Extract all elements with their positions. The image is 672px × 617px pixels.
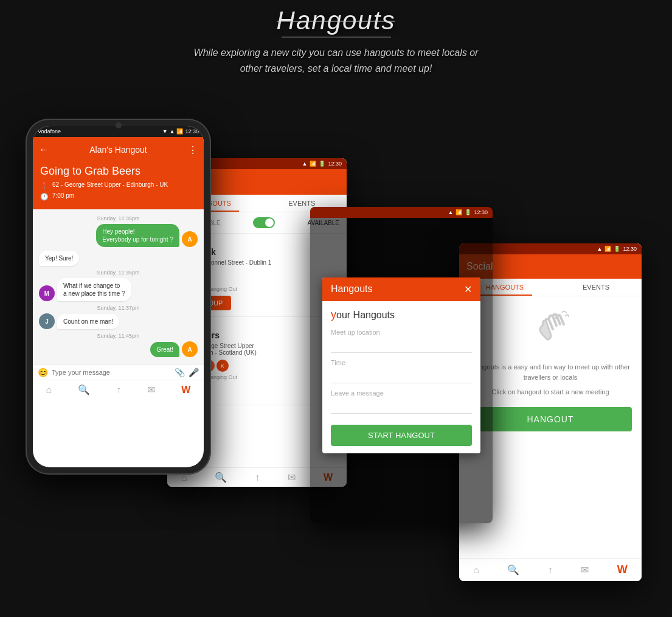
status-icons: ▼ ▲ 📶 12:30 [162,128,199,134]
brand-nav-icon[interactable]: W [181,385,190,396]
modal-title: Hangouts [331,284,373,295]
share-nav-icon[interactable]: ↑ [548,565,553,576]
modal-close-button[interactable]: ✕ [464,284,472,295]
chat-message: Hey people!Everybody up for tonight ? A [39,224,198,247]
carrier-label: Vodafone [38,128,61,134]
tab-events[interactable]: EVENTS [550,279,642,296]
message-bubble: Great! [150,342,179,357]
mail-nav-icon[interactable]: ✉ [581,564,589,576]
message-input[interactable] [331,399,472,414]
mail-nav-icon[interactable]: ✉ [288,472,296,483]
signal-icon: ▲ [302,161,308,167]
chat-date: Sunday, 11:45pm [39,333,198,339]
page-header: Hangouts While exploring a new city you … [0,0,672,76]
chat-date: Sunday, 11:35pm [39,215,198,221]
search-nav-icon[interactable]: 🔍 [507,564,519,576]
phone4-description2: Click on hangout to start a new meeting [469,387,632,397]
search-nav-icon[interactable]: 🔍 [78,384,90,396]
share-nav-icon[interactable]: ↑ [255,472,260,483]
header-title: Alan's Hangout [89,145,147,155]
location-icon: 📍 [40,182,49,190]
chat-input-bar: 😊 📎 🎤 [33,364,204,380]
emoji-icon[interactable]: 😊 [38,368,48,377]
wifi-icon: 📶 [310,161,316,167]
modal-field-location: Meet up location [331,329,472,353]
home-nav-icon[interactable]: ⌂ [473,565,479,576]
message-bubble: Count on me man! [57,314,119,329]
chat-message: Great! A [39,341,198,357]
hangout-info: Going to Grab Beers 📍 62 - George Street… [33,162,204,209]
mail-nav-icon[interactable]: ✉ [147,384,155,396]
page-subtitle: While exploring a new city you can use h… [0,45,672,76]
field-label: Time [331,359,472,366]
phone4-description1: Hangouts is a easy and fun way to meet u… [469,362,632,382]
avatar: A [182,341,198,357]
battery-icon: 🔋 [465,209,471,215]
hangout-title: Going to Grab Beers [40,165,196,178]
time-input[interactable] [331,369,472,383]
wifi-icon: 📶 [604,246,611,252]
attachment-icon[interactable]: 📎 [175,368,185,377]
phone1-screen: Vodafone ▼ ▲ 📶 12:30 ← Alan's Hangout ⋮ … [33,126,204,467]
modal-header: Hangouts ✕ [322,277,480,301]
battery-icon: 🔋 [614,246,620,252]
chat-message: J Count on me man! [39,313,198,329]
hangout-modal: Hangouts ✕ your Hangouts Meet up locatio… [322,277,480,453]
brand-nav-icon[interactable]: W [617,563,628,576]
message-bubble: Yep! Sure! [39,251,79,266]
chat-message: M What if we change toa new place this t… [39,278,198,301]
message-input[interactable] [52,369,171,376]
message-bubble: Hey people!Everybody up for tonight ? [96,224,179,247]
phone3-device: ▲ 📶 🔋 12:30 Hangouts ✕ your Hangouts Mee… [310,207,493,523]
modal-body: your Hangouts Meet up location Time Leav… [322,301,480,453]
chat-date: Sunday, 11:35pm [39,270,198,276]
phone1-header: ← Alan's Hangout ⋮ [33,137,204,162]
wifi-icon: 📶 [456,209,462,215]
availability-toggle[interactable] [253,217,275,228]
page-title: Hangouts [0,6,672,35]
phones-area: Vodafone ▼ ▲ 📶 12:30 ← Alan's Hangout ⋮ … [0,94,672,617]
phone4-bottom-nav: ⌂ 🔍 ↑ ✉ W [459,558,642,581]
back-button[interactable]: ← [39,144,49,155]
menu-button[interactable]: ⋮ [188,144,198,156]
bottom-nav: ⌂ 🔍 ↑ ✉ W [33,380,204,399]
message-bubble: What if we change toa new place this tim… [57,278,131,301]
wave-hand-icon [469,306,632,355]
chat-area: Sunday, 11:35pm Hey people!Everybody up … [33,209,204,364]
start-hangout-button[interactable]: START HANGOUT [331,425,472,446]
field-label: Meet up location [331,329,472,336]
phone1-statusbar: Vodafone ▼ ▲ 📶 12:30 [33,126,204,137]
modal-section-title: your Hangouts [331,308,472,321]
search-nav-icon[interactable]: 🔍 [215,472,227,483]
modal-field-time: Time [331,359,472,383]
avatar: J [39,313,55,329]
signal-icon: ▲ [597,246,603,252]
clock-icon: 🕐 [40,193,49,201]
field-label: Leave a message [331,389,472,397]
share-nav-icon[interactable]: ↑ [116,385,121,396]
member-avatar: K [216,360,229,372]
battery-icon: 🔋 [319,161,325,167]
avatar: M [39,285,55,301]
phone1-device: Vodafone ▼ ▲ 📶 12:30 ← Alan's Hangout ⋮ … [26,119,211,475]
modal-field-message: Leave a message [331,389,472,414]
chat-date: Sunday, 11:37pm [39,305,198,311]
chat-message: Yep! Sure! [39,251,198,266]
hangout-time: 🕐 7:00 pm [40,192,196,201]
hangout-address: 📍 62 - George Street Upper - Edinburgh -… [40,181,196,190]
hangout-button[interactable]: HANGOUT [469,407,632,431]
phone3-statusbar: ▲ 📶 🔋 12:30 [310,207,493,218]
signal-icon: ▲ [448,209,454,215]
mic-icon[interactable]: 🎤 [189,368,199,377]
home-nav-icon[interactable]: ⌂ [46,385,52,396]
avatar: A [182,231,198,247]
location-input[interactable] [331,338,472,353]
